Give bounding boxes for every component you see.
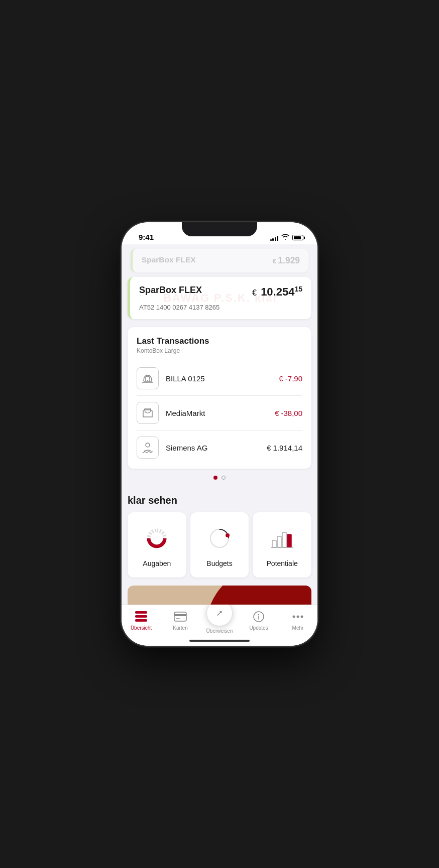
account-header: SparBox FLEX € 10.25415 — [139, 285, 302, 299]
promo-red-shape — [206, 586, 311, 605]
augaben-label: Augaben — [143, 559, 171, 567]
transaction-item[interactable]: Siemens AG € 1.914,14 — [137, 430, 302, 465]
account-card[interactable]: BAWAG P.S.K. klar SparBox FLEX € 10.2541… — [128, 277, 311, 319]
augaben-icon — [143, 524, 171, 552]
svg-point-2 — [147, 380, 148, 381]
signal-bar-2 — [272, 238, 274, 241]
tab-updates-label: Updates — [249, 625, 268, 631]
scroll-content[interactable]: SparBox FLEX € 1.929 BAWAG P.S.K. klar S… — [122, 244, 317, 605]
svg-point-9 — [226, 533, 230, 537]
wifi-icon — [281, 234, 289, 241]
battery-icon — [292, 235, 303, 240]
notch — [182, 222, 257, 236]
transaction-name-mediamarkt: MediaMarkt — [166, 409, 275, 417]
tab-uberweisen[interactable]: ↑ Überweisen — [200, 600, 239, 634]
status-icons — [270, 234, 306, 241]
mediamarkt-icon — [137, 402, 159, 424]
transactions-section: Last Transactions KontoBox Large BILLA 0 — [128, 327, 311, 469]
svg-rect-24 — [174, 614, 186, 616]
dots-icon — [292, 610, 303, 623]
svg-rect-22 — [135, 619, 147, 622]
tab-ubersicht[interactable]: Übersicht — [122, 610, 161, 631]
budgets-label: Budgets — [206, 559, 232, 567]
signal-bars-icon — [270, 235, 279, 241]
signal-bar-3 — [275, 237, 276, 241]
dot-inactive — [222, 476, 226, 480]
tab-mehr[interactable]: Mehr — [278, 610, 317, 631]
svg-rect-20 — [135, 611, 147, 614]
svg-rect-13 — [287, 534, 291, 547]
augaben-card[interactable]: Augaben — [128, 512, 186, 577]
balance-cents: 15 — [294, 285, 302, 293]
svg-point-27 — [258, 614, 259, 615]
menu-icon — [135, 610, 147, 623]
transaction-amount-mediamarkt: € -38,00 — [275, 409, 302, 417]
svg-point-3 — [146, 443, 150, 447]
klar-title: klar sehen — [128, 495, 311, 506]
arrow-up-right-icon: ↑ — [214, 607, 226, 619]
svg-rect-21 — [135, 615, 147, 618]
transaction-amount-siemens: € 1.914,14 — [267, 444, 302, 452]
klar-grid: Augaben Budgets — [128, 512, 311, 577]
status-time: 9:41 — [134, 233, 154, 241]
phone-frame: 9:41 — [122, 222, 317, 646]
info-circle-icon — [253, 610, 264, 623]
signal-bar-4 — [277, 236, 278, 241]
transaction-amount-billa: € -7,90 — [279, 374, 302, 383]
promo-person-area — [133, 596, 178, 605]
potentiale-card[interactable]: Potentiale — [253, 512, 311, 577]
balance-euro-sign: € — [252, 288, 257, 297]
svg-point-30 — [297, 616, 299, 618]
signal-bar-1 — [270, 239, 272, 241]
klar-section: klar sehen Augaben — [122, 487, 317, 577]
potentiale-icon — [268, 524, 296, 552]
home-indicator — [189, 640, 250, 642]
svg-point-29 — [293, 616, 295, 618]
svg-point-6 — [153, 534, 161, 542]
transaction-item[interactable]: BILLA 0125 € -7,90 — [137, 361, 302, 396]
transactions-subtitle: KontoBox Large — [137, 347, 302, 354]
transactions-title: Last Transactions — [137, 336, 302, 346]
pagination-dots — [122, 469, 317, 487]
transaction-name-siemens: Siemens AG — [166, 444, 267, 452]
screen: 9:41 — [122, 222, 317, 646]
svg-rect-23 — [174, 612, 186, 621]
tab-mehr-label: Mehr — [292, 625, 304, 631]
tab-karten-label: Karten — [173, 625, 187, 631]
tab-karten[interactable]: Karten — [161, 610, 200, 631]
siemens-icon — [137, 437, 159, 459]
promo-banner[interactable]: Ihre Geld zurück Kombi: So zahlt sich Ei… — [128, 586, 311, 605]
card-icon — [174, 610, 187, 623]
svg-point-31 — [301, 616, 303, 618]
budgets-card[interactable]: Budgets — [190, 512, 249, 577]
account-name: SparBox FLEX — [139, 285, 202, 296]
transaction-name-billa: BILLA 0125 — [166, 374, 279, 383]
tab-ubersicht-label: Übersicht — [131, 625, 152, 631]
balance-main: 10.254 — [261, 285, 294, 298]
svg-rect-25 — [176, 618, 180, 619]
account-iban: AT52 1400 0267 4137 8265 — [139, 304, 302, 311]
potentiale-label: Potentiale — [267, 559, 298, 567]
battery-fill — [294, 236, 301, 239]
tab-uberweisen-label: Überweisen — [206, 628, 233, 634]
budgets-icon — [205, 524, 234, 552]
svg-rect-12 — [282, 532, 286, 547]
billa-icon — [137, 367, 159, 389]
dot-active — [213, 476, 217, 480]
svg-rect-10 — [272, 540, 276, 547]
transaction-item[interactable]: MediaMarkt € -38,00 — [137, 396, 302, 430]
tab-updates[interactable]: Updates — [239, 610, 278, 631]
svg-rect-11 — [277, 536, 281, 547]
account-balance: € 10.25415 — [252, 285, 302, 299]
